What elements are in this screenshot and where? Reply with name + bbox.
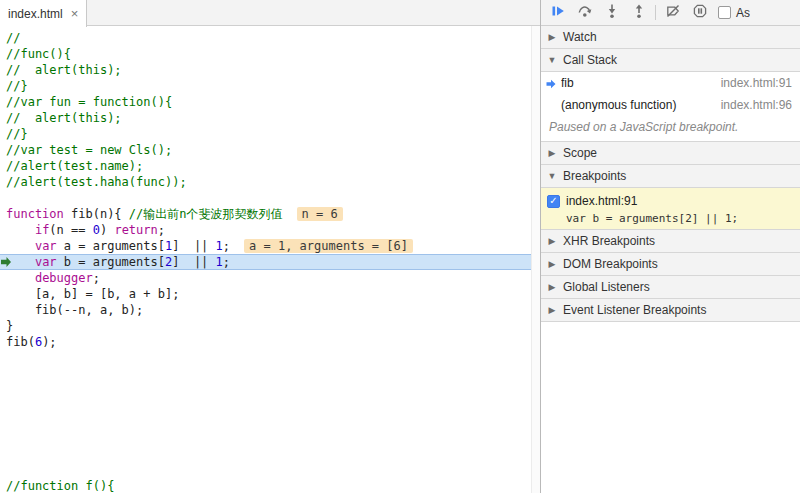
code-line[interactable] (0, 398, 531, 414)
code-token: //var fun = function(){ (6, 95, 172, 109)
execution-line[interactable]: var b = arguments[2] || 1; (0, 254, 531, 270)
code-token: debugger (35, 271, 93, 285)
tab-title: index.html (8, 7, 63, 21)
code-line[interactable]: debugger; (0, 270, 531, 286)
code-line[interactable]: //function f(){ (0, 478, 531, 493)
chevron-right-icon: ▶ (547, 259, 557, 269)
code-token: //func(){ (6, 47, 71, 61)
deactivate-breakpoints-button[interactable] (659, 1, 686, 25)
code-line[interactable] (0, 462, 531, 478)
chevron-down-icon: ▼ (547, 55, 557, 65)
section-header-watch[interactable]: ▶Watch (541, 26, 800, 49)
code-token: ; (223, 255, 230, 269)
code-line[interactable]: if(n == 0) return; (0, 222, 531, 238)
code-token (6, 271, 35, 285)
code-line[interactable]: //func(){ (0, 46, 531, 62)
section-header-xhr-breakpoints[interactable]: ▶XHR Breakpoints (541, 230, 800, 253)
step-into-button[interactable] (598, 1, 625, 25)
section-label: Event Listener Breakpoints (563, 303, 706, 317)
code-token (6, 223, 35, 237)
section-header-event-listener-breakpoints[interactable]: ▶Event Listener Breakpoints (541, 299, 800, 322)
frame-name: (anonymous function) (561, 98, 713, 112)
code-token: //输出前n个斐波那契数列值 (129, 207, 283, 221)
code-line[interactable] (0, 430, 531, 446)
code-line[interactable] (0, 350, 531, 366)
code-line[interactable]: //var fun = function(){ (0, 94, 531, 110)
call-stack-frame[interactable]: (anonymous function)index.html:96 (541, 94, 800, 116)
code-line[interactable]: //alert(test.haha(func)); (0, 174, 531, 190)
code-token: //alert(test.haha(func)); (6, 175, 187, 189)
code-token: a = arguments[ (57, 239, 165, 253)
breakpoints-list: ✓index.html:91var b = arguments[2] || 1; (541, 188, 800, 230)
section-header-call-stack[interactable]: ▼Call Stack (541, 49, 800, 72)
code-token: // alert(this); (6, 63, 122, 77)
code-line[interactable]: //alert(test.name); (0, 158, 531, 174)
resume-button[interactable] (544, 1, 571, 25)
section-header-breakpoints[interactable]: ▼Breakpoints (541, 165, 800, 188)
code-token: function (6, 207, 64, 221)
step-out-button[interactable] (625, 1, 652, 25)
tab-index-html[interactable]: index.html × (0, 0, 87, 27)
code-token: ) (100, 223, 114, 237)
code-line[interactable] (0, 382, 531, 398)
section-label: Global Listeners (563, 280, 650, 294)
code-token: 1 (216, 239, 223, 253)
step-out-icon (631, 3, 647, 22)
section-header-dom-breakpoints[interactable]: ▶DOM Breakpoints (541, 253, 800, 276)
code-line[interactable]: // alert(this); (0, 110, 531, 126)
paused-message: Paused on a JavaScript breakpoint. (541, 116, 800, 141)
code-line[interactable] (0, 366, 531, 382)
call-stack-list: fibindex.html:91(anonymous function)inde… (541, 72, 800, 142)
inline-eval-value: n = 6 (297, 207, 343, 221)
async-label: As (736, 6, 750, 20)
code-line[interactable]: function fib(n){ //输出前n个斐波那契数列值n = 6 (0, 206, 531, 222)
code-token: var (35, 239, 57, 253)
code-token: fib(--n, a, b); (6, 303, 143, 317)
step-over-button[interactable] (571, 1, 598, 25)
async-checkbox[interactable]: As (718, 6, 750, 20)
step-into-icon (604, 3, 620, 22)
devtools-sources-panel: index.html × ////func(){// alert(this);/… (0, 0, 800, 493)
code-token: 0 (93, 223, 100, 237)
code-token: ] || (172, 255, 215, 269)
code-line[interactable]: //} (0, 78, 531, 94)
code-line[interactable]: [a, b] = [b, a + b]; (0, 286, 531, 302)
section-label: Scope (563, 146, 597, 160)
pause-on-exceptions-button[interactable] (686, 1, 713, 25)
code-line[interactable]: // (0, 30, 531, 46)
code-token: //var test = new Cls(); (6, 143, 172, 157)
code-line[interactable]: // alert(this); (0, 62, 531, 78)
code-token: ); (42, 335, 56, 349)
call-stack-frame[interactable]: fibindex.html:91 (541, 72, 800, 94)
code-line[interactable] (0, 414, 531, 430)
code-token: return (114, 223, 157, 237)
breakpoint-checkbox[interactable]: ✓ (547, 195, 560, 208)
breakpoint-entry[interactable]: ✓index.html:91var b = arguments[2] || 1; (541, 188, 800, 229)
section-label: Watch (563, 30, 597, 44)
code-line[interactable]: var a = arguments[1] || 1;a = 1, argumen… (0, 238, 531, 254)
inline-eval-value: a = 1, arguments = [6] (244, 239, 413, 253)
frame-name: fib (561, 76, 713, 90)
code-line[interactable]: //var test = new Cls(); (0, 142, 531, 158)
code-line[interactable] (0, 190, 531, 206)
chevron-right-icon: ▶ (547, 32, 557, 42)
close-icon[interactable]: × (71, 7, 79, 20)
checkbox-icon[interactable] (718, 6, 731, 19)
code-token: //alert(test.name); (6, 159, 143, 173)
code-token: fib( (6, 335, 35, 349)
execution-frame-icon (546, 78, 556, 88)
code-line[interactable]: } (0, 318, 531, 334)
code-token: (n == (49, 223, 92, 237)
editor-scrollbar[interactable] (531, 26, 540, 493)
code-line[interactable]: fib(--n, a, b); (0, 302, 531, 318)
code-token: //function f(){ (6, 479, 114, 493)
code-line[interactable]: //} (0, 126, 531, 142)
chevron-right-icon: ▶ (547, 236, 557, 246)
code-line[interactable] (0, 446, 531, 462)
code-token: ; (93, 271, 100, 285)
code-token: //} (6, 127, 28, 141)
section-header-global-listeners[interactable]: ▶Global Listeners (541, 276, 800, 299)
section-header-scope[interactable]: ▶Scope (541, 142, 800, 165)
code-line[interactable]: fib(6); (0, 334, 531, 350)
code-editor[interactable]: ////func(){// alert(this);//}//var fun =… (0, 26, 540, 493)
